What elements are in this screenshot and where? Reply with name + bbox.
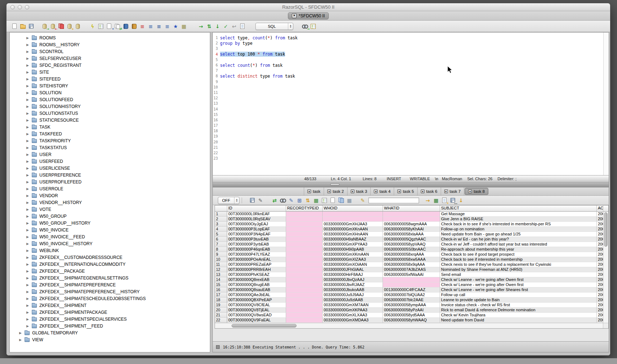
table-row[interactable]: 700T3000000P3yrbEAB0033000000GmXPYAA3006… (215, 242, 603, 247)
cell-subject[interactable]: Check-in w/ Jeff - couldn't afford last … (440, 242, 597, 247)
tree-item-w50_invoice__feed[interactable]: ▶W50_INVOICE__FEED (10, 233, 210, 240)
cell-whoid[interactable]: 0033000000H9i0pAAB (323, 247, 383, 252)
disclosure-triangle-icon[interactable]: ▶ (26, 84, 30, 88)
cell-ac[interactable]: 2008 (597, 313, 603, 318)
cell-id[interactable]: 00T3000000P3LopEAF (227, 227, 286, 232)
table-row[interactable]: 400T3000000P3LopEAF0033000000GmXKnAAN006… (215, 227, 603, 232)
copy-selection-icon[interactable] (337, 197, 345, 204)
cell-id[interactable]: 00T3000000P46qnEAB (227, 247, 286, 252)
close-results-tab-icon[interactable]: ✕ (374, 190, 377, 193)
describe-query-icon[interactable]: → (301, 23, 308, 30)
cell-whoid[interactable]: 0033000000GmXPYAA3 (323, 242, 383, 247)
cell-subject[interactable]: Need update from David (440, 318, 597, 323)
cell-ac[interactable]: 2008 (597, 232, 603, 237)
cell-id[interactable]: 00T3000000PREZaEAP (227, 262, 286, 267)
cell-subject[interactable]: Check-in w/ Ed - can he join this year? (440, 237, 597, 242)
disclosure-triangle-icon[interactable]: ▶ (26, 91, 30, 95)
fetch-more-rows-icon[interactable]: ↓ (457, 197, 465, 204)
cell-whatid[interactable] (383, 277, 440, 282)
query-results-list-icon[interactable] (310, 23, 317, 30)
disclosure-triangle-icon[interactable]: ▶ (26, 290, 30, 294)
results-tab-task-8[interactable]: ✕task 8 (465, 188, 488, 195)
compare-data-icon[interactable]: ⇄ (114, 23, 121, 30)
cell-whoid[interactable]: 0033000000Ju9zlAAB (323, 298, 383, 303)
tree-item-global temporary[interactable]: ▶GLOBAL TEMPORARY (10, 329, 210, 336)
cell-recordtypeid[interactable] (286, 222, 323, 227)
hscroll-thumb[interactable] (232, 324, 297, 328)
cell-subject[interactable]: Check nexis to see if they've found a re… (440, 262, 597, 267)
cell-subject[interactable]: Check w/ Leanne - we're going after Owen… (440, 282, 597, 287)
disconnect-database-icon[interactable]: ← (49, 23, 56, 30)
editor-line-15[interactable]: 15 (213, 112, 603, 117)
cell-recordtypeid[interactable] (286, 298, 323, 303)
table-row[interactable]: 300T3000000OiyJgEAJ0033000000GmXHJAA3006… (215, 222, 603, 227)
cell-recordtypeid[interactable] (286, 247, 323, 252)
close-results-tab-icon[interactable]: ✕ (468, 190, 472, 193)
disclosure-triangle-icon[interactable]: ▶ (26, 98, 30, 101)
save-file-icon[interactable] (27, 23, 35, 30)
cell-whoid[interactable]: 0033000000GmXMDAA3 (323, 318, 383, 323)
editor-line-22[interactable]: 22 (213, 150, 603, 156)
tree-item-solution[interactable]: ▶SOLUTION (10, 89, 210, 96)
disclosure-triangle-icon[interactable]: ▶ (26, 36, 30, 40)
tree-item-taskfeed[interactable]: ▶TASKFEED (10, 130, 210, 137)
cell-id[interactable]: 00T3000000QBXPeEAP (227, 298, 286, 303)
editor-line-16[interactable]: 16 (213, 117, 603, 123)
cell-ac[interactable]: 2008 (597, 298, 603, 303)
close-results-tab-icon[interactable]: ✕ (307, 190, 311, 193)
editor-line-17[interactable]: 17 (213, 123, 603, 128)
cell-ac[interactable]: 2008 (597, 267, 603, 272)
form-view-icon[interactable] (321, 197, 328, 204)
favorites-icon[interactable]: ★ (172, 23, 179, 30)
table-row[interactable]: 1300T3000000PfvKSEAZ0033000000HirF8AAJ00… (215, 272, 603, 277)
cell-recordtypeid[interactable] (286, 257, 323, 262)
splitter-handle[interactable] (213, 182, 609, 187)
cell-ac[interactable]: 2008 (597, 257, 603, 262)
help-documentation-icon[interactable] (130, 23, 138, 30)
disclosure-triangle-icon[interactable]: ▶ (26, 269, 30, 273)
cell-whatid[interactable]: 006300000058ympAAA (383, 303, 440, 308)
disclosure-triangle-icon[interactable]: ▶ (26, 180, 30, 184)
editor-line-21[interactable]: 21 (213, 145, 603, 150)
cell-ac[interactable]: 2008 (597, 303, 603, 308)
cell-ac[interactable]: 2008 (597, 277, 603, 282)
tree-item-userlicense[interactable]: ▶USERLICENSE (10, 165, 210, 172)
tree-item-task[interactable]: ▶TASK (10, 124, 210, 130)
cell-whatid[interactable]: 006300000058yd5AAA (383, 313, 440, 318)
document-tab[interactable]: ✕ *SFDCW50 II (288, 12, 329, 20)
column-header-whatid[interactable]: WHATID (383, 205, 440, 211)
splitter-grip-icon[interactable] (330, 183, 340, 186)
cell-ac[interactable]: 2008 (597, 287, 603, 292)
cell-id[interactable]: 00T3000000Q8sauEAB (227, 287, 286, 292)
cell-whoid[interactable]: 0033000000JFhGlAAL (323, 267, 383, 272)
cell-whoid[interactable]: 0033000000GmXOiAAN (323, 262, 383, 267)
table-row[interactable]: 1800T3000000QBXPeEAP0033000000Ju9zlAAB00… (215, 298, 603, 303)
edit-cell-icon[interactable]: ✎ (288, 197, 295, 204)
execute-all-icon[interactable]: ↓ (214, 23, 221, 30)
disclosure-triangle-icon[interactable]: ▶ (26, 249, 30, 252)
tree-item-zkfedex__shipmatepreference__history[interactable]: ▶ZKFEDEX__SHIPMATEPREFERENCE__HISTORY (10, 288, 210, 295)
filter-results-icon[interactable]: ✎ (257, 197, 264, 204)
cell-whoid[interactable]: 0033000000GmXKPAA3 (323, 308, 383, 313)
tree-item-zkfedex__shipment__feed[interactable]: ▶ZKFEDEX__SHIPMENT__FEED (10, 322, 210, 329)
sort-rows-icon[interactable]: ⇅ (304, 197, 311, 204)
cell-subject[interactable]: Check w/ Leanne - we're going after Owen… (440, 277, 597, 282)
view-query-icon[interactable] (279, 197, 286, 204)
cell-subject[interactable]: Check back to see if interested in membe… (440, 257, 597, 262)
cell-whoid[interactable]: 0033000000GmXM7AAN (323, 303, 383, 308)
cell-id[interactable]: 00T3000000L0RknEAF (227, 212, 286, 217)
cell-id[interactable]: 00T3000000P3N4pEAF (227, 232, 286, 237)
cell-whatid[interactable]: 006300000058xrqAAA (383, 252, 440, 257)
cell-recordtypeid[interactable] (286, 227, 323, 232)
close-results-tab-icon[interactable]: ✕ (444, 190, 448, 193)
cell-recordtypeid[interactable] (286, 262, 323, 267)
editor-line-18[interactable]: 18 (213, 128, 603, 134)
cell-whoid[interactable]: 0033000000GmXIZAA3 (323, 257, 383, 262)
cell-subject[interactable]: Nominated by Shane Freeman at ANZ (HR50) (440, 267, 597, 272)
limit-dropdown[interactable]: OFF ▲▼ (218, 197, 240, 204)
table-row[interactable]: 1200T3000000PRR8rEAH0033000000JFhGlAAL00… (215, 267, 603, 272)
tree-item-vote[interactable]: ▶VOTE (10, 206, 210, 213)
open-file-icon[interactable] (19, 23, 26, 30)
cell-recordtypeid[interactable] (286, 282, 323, 287)
disclosure-triangle-icon[interactable]: ▶ (26, 324, 30, 328)
